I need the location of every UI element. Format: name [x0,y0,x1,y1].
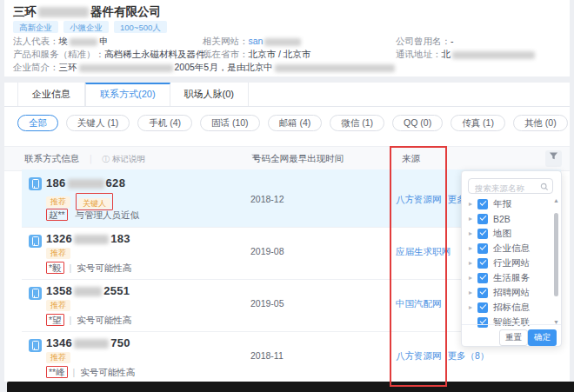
phone-number: 186628 [46,176,125,189]
bottom-edge-bar [7,382,574,392]
blur-patch [275,64,395,72]
tabs-bar: 企业信息 联系方式(20) 职场人脉(0) [4,83,570,107]
source-filter-funnel-icon[interactable] [545,150,562,167]
source-link[interactable]: 应届生求职网 [396,246,451,256]
source-filter-panel: ▸ 年报 ▸ B2B ▸ 地图 ▸ 企业信息 ▸ 行业网站 ▸ 生活服务 [461,170,562,347]
source-cell: 中国汽配网 [396,298,442,310]
source-option[interactable]: ▸ 行业网站 [469,256,530,269]
reset-button[interactable]: 重置 [499,329,528,346]
info-icon: ⓘ [102,155,110,163]
source-option[interactable]: ▸ 招聘网站 [469,286,530,299]
source-link[interactable]: 八方资源网 [396,350,442,361]
tab-network[interactable]: 职场人脉(0) [170,83,249,106]
first-seen-date: 2018-12 [250,194,284,204]
filter-all[interactable]: 全部 [17,115,58,131]
col-source: 来源 [402,153,420,165]
col-first-seen: 号码全网最早出现时间 [252,153,344,165]
caret-right-icon[interactable]: ▸ [469,303,477,311]
caret-right-icon[interactable]: ▸ [469,274,477,282]
recommend-tag: 推荐 [46,248,70,259]
field-address: 通讯地址：北 [396,49,537,61]
phone-icon [29,339,42,352]
caret-right-icon[interactable]: ▸ [469,244,477,252]
source-link[interactable]: 中国汽配网 [396,298,442,309]
company-tag: 小微企业 [63,21,109,33]
row-tags: 推荐 [46,248,70,259]
contact-person: **峰 | 实号可能性高 [46,367,135,379]
field-products: 产品和服务（精准）：高档稀土永磁材料及器件... [13,49,212,61]
recommend-tag: 推荐 [46,300,70,311]
source-cell: 应届生求职网 [396,246,451,258]
filter-email[interactable]: 邮箱 (4) [268,115,323,131]
filter-wechat[interactable]: 微信 (1) [330,115,384,131]
tab-contact-info[interactable]: 联系方式(20) [85,83,170,106]
blur-patch [70,38,97,46]
contact-person: *毅 | 实号可能性高 [46,262,131,275]
contact-type-filters: 全部 关键人 (1) 手机 (4) 固话 (10) 邮箱 (4) 微信 (1) … [17,115,568,131]
scroll-up-icon[interactable]: ▲ [553,197,559,203]
table-header: 联系方式信息 ｜ ⓘ 标记说明 号码全网最早出现时间 来源 [4,146,570,171]
phone-number: 1346750 [46,336,130,349]
source-option[interactable]: ▸ B2B [469,212,511,225]
col-contact-info: 联系方式信息 ｜ ⓘ 标记说明 [24,153,260,165]
annotation-box: 赵** [46,209,68,221]
keyperson-tag: 关键人 [78,198,110,209]
checkbox-checked[interactable] [477,199,488,209]
blur-patch [74,287,102,296]
caret-right-icon[interactable]: ▸ [469,200,477,208]
checkbox-checked[interactable] [477,243,488,254]
caret-right-icon[interactable]: ▸ [469,259,477,267]
scrollbar-thumb[interactable] [554,213,558,296]
checkbox-checked[interactable] [477,214,488,224]
checkbox-checked[interactable] [477,302,488,313]
company-tag: 高新企业 [13,21,58,33]
checkbox-checked[interactable] [477,258,488,269]
company-name: 三环器件有限公司 [13,4,161,20]
caret-right-icon[interactable]: ▸ [469,215,477,223]
row-tags: 推荐 [46,352,70,363]
more-link[interactable]: 更多（8） [447,350,489,361]
blur-patch [38,7,89,17]
annotation-box: *毅 [46,262,64,274]
checkbox-checked[interactable] [477,229,488,239]
row-tags: 推荐 关键人 [46,193,113,210]
caret-right-icon[interactable]: ▸ [469,289,477,296]
first-seen-date: 2019-05 [250,298,284,309]
caret-right-icon[interactable]: ▸ [469,229,477,237]
blur-patch [79,64,173,72]
blur-patch [68,179,104,189]
search-icon [540,183,549,191]
filter-fax[interactable]: 传真 (1) [451,115,505,131]
filter-mobile[interactable]: 手机 (4) [137,115,192,131]
phone-icon [29,235,42,248]
source-search-input[interactable] [473,182,543,196]
blur-patch [452,51,535,59]
source-option[interactable]: ▸ 招标信息 [469,301,530,314]
tab-company-info[interactable]: 企业信息 [17,83,85,106]
phone-number: 13582551 [46,284,130,297]
filter-landline[interactable]: 固话 (10) [200,115,260,131]
panel-footer: 重置 确定 [462,324,561,346]
phone-number: 1326183 [46,232,130,245]
filter-keyperson[interactable]: 关键人 (1) [66,115,130,131]
source-option[interactable]: ▸ 生活服务 [469,271,530,284]
confirm-button[interactable]: 确定 [528,329,557,346]
mark-help-link[interactable]: 标记说明 [112,154,145,163]
website-link[interactable]: san [249,36,264,46]
field-legal-rep: 法人代表：埃申 [13,36,109,48]
source-option[interactable]: ▸ 企业信息 [469,242,530,255]
source-option[interactable]: ▸ 年报 [469,197,511,210]
checkbox-checked[interactable] [477,288,488,298]
blur-patch [74,235,109,244]
contact-person: 赵** 与管理人员近似 [46,209,139,222]
annotation-box: *望 [46,314,64,326]
phone-icon [29,177,42,190]
filter-qq[interactable]: QQ (0) [392,115,443,131]
source-option[interactable]: ▸ 地图 [469,227,511,240]
filter-other[interactable]: 其他 (0) [513,115,568,131]
source-link[interactable]: 八方资源网 [396,194,442,204]
checkbox-checked[interactable] [477,273,488,283]
field-former-name: 公司曾用名：- [396,36,454,48]
contact-person: *望 | 实号可能性高 [46,315,131,327]
recommend-tag: 推荐 [46,196,70,208]
